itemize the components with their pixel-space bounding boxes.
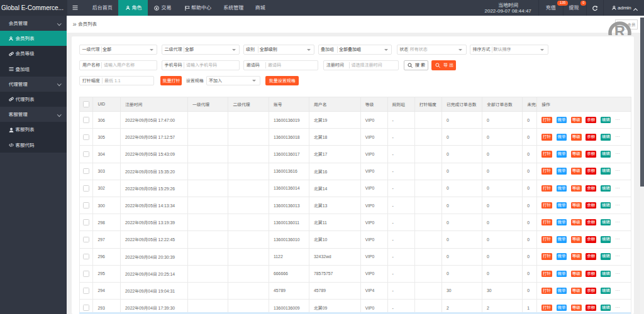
svg-text:R: R xyxy=(614,23,625,35)
